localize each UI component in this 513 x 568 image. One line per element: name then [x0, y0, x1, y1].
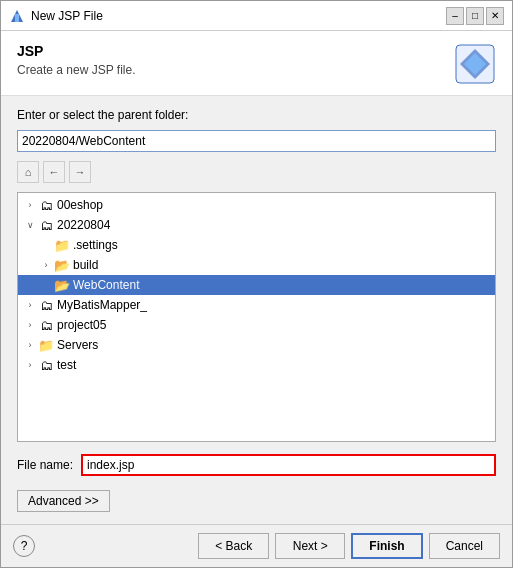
footer-buttons: < Back Next > Finish Cancel	[198, 533, 500, 559]
back-button[interactable]: < Back	[198, 533, 269, 559]
cancel-button[interactable]: Cancel	[429, 533, 500, 559]
tree-item-label: build	[73, 258, 98, 272]
file-name-input[interactable]	[81, 454, 496, 476]
title-bar: New JSP File – □ ✕	[1, 1, 512, 31]
path-input[interactable]	[17, 130, 496, 152]
file-tree[interactable]: ›🗂00eshop∨🗂20220804📁.settings›📂build📂Web…	[17, 192, 496, 442]
project-icon: 🗂	[38, 318, 54, 332]
footer-left: ?	[13, 535, 35, 557]
folder-icon: 📁	[54, 238, 70, 252]
title-text: New JSP File	[31, 9, 103, 23]
tree-item-label: 00eshop	[57, 198, 103, 212]
help-button[interactable]: ?	[13, 535, 35, 557]
tree-item[interactable]: ›🗂00eshop	[18, 195, 495, 215]
dialog-icon	[9, 8, 25, 24]
tree-item[interactable]: ∨🗂20220804	[18, 215, 495, 235]
close-button[interactable]: ✕	[486, 7, 504, 25]
expand-icon[interactable]: ∨	[22, 220, 38, 230]
tree-item-label: WebContent	[73, 278, 140, 292]
file-name-label: File name:	[17, 458, 73, 472]
project-icon: 🗂	[38, 358, 54, 372]
content: Enter or select the parent folder: ⌂ ← →…	[1, 96, 512, 524]
expand-icon[interactable]: ›	[22, 360, 38, 370]
tree-item-label: test	[57, 358, 76, 372]
footer: ? < Back Next > Finish Cancel	[1, 524, 512, 567]
tree-item-label: MyBatisMapper_	[57, 298, 147, 312]
tree-item[interactable]: ›🗂MyBatisMapper_	[18, 295, 495, 315]
jsp-icon	[454, 43, 496, 85]
tree-item[interactable]: ›🗂project05	[18, 315, 495, 335]
forward-button[interactable]: →	[69, 161, 91, 183]
maximize-button[interactable]: □	[466, 7, 484, 25]
folder-open-icon: 📂	[54, 278, 70, 292]
header-text: JSP Create a new JSP file.	[17, 43, 136, 77]
tree-item[interactable]: ›📁Servers	[18, 335, 495, 355]
home-button[interactable]: ⌂	[17, 161, 39, 183]
svg-rect-1	[15, 14, 19, 22]
folder-open-icon: 📂	[54, 258, 70, 272]
expand-icon[interactable]: ›	[22, 320, 38, 330]
header-section: JSP Create a new JSP file.	[1, 31, 512, 96]
next-button[interactable]: Next >	[275, 533, 345, 559]
tree-item-label: Servers	[57, 338, 98, 352]
expand-icon[interactable]: ›	[22, 200, 38, 210]
folder-icon: 📁	[38, 338, 54, 352]
tree-item[interactable]: 📂WebContent	[18, 275, 495, 295]
header-subtitle: Create a new JSP file.	[17, 63, 136, 77]
tree-item-label: 20220804	[57, 218, 110, 232]
file-name-row: File name:	[17, 454, 496, 476]
toolbar: ⌂ ← →	[17, 161, 496, 183]
minimize-button[interactable]: –	[446, 7, 464, 25]
title-controls: – □ ✕	[446, 7, 504, 25]
folder-label: Enter or select the parent folder:	[17, 108, 496, 122]
back-button[interactable]: ←	[43, 161, 65, 183]
tree-item-label: .settings	[73, 238, 118, 252]
header-title: JSP	[17, 43, 136, 59]
dialog-window: New JSP File – □ ✕ JSP Create a new JSP …	[0, 0, 513, 568]
project-icon: 🗂	[38, 298, 54, 312]
tree-item[interactable]: ›📂build	[18, 255, 495, 275]
project-icon: 🗂	[38, 198, 54, 212]
expand-icon[interactable]: ›	[22, 340, 38, 350]
project-icon: 🗂	[38, 218, 54, 232]
tree-item-label: project05	[57, 318, 106, 332]
tree-item[interactable]: ›🗂test	[18, 355, 495, 375]
tree-item[interactable]: 📁.settings	[18, 235, 495, 255]
expand-icon[interactable]: ›	[38, 260, 54, 270]
advanced-button[interactable]: Advanced >>	[17, 490, 110, 512]
expand-icon[interactable]: ›	[22, 300, 38, 310]
finish-button[interactable]: Finish	[351, 533, 422, 559]
title-bar-left: New JSP File	[9, 8, 103, 24]
